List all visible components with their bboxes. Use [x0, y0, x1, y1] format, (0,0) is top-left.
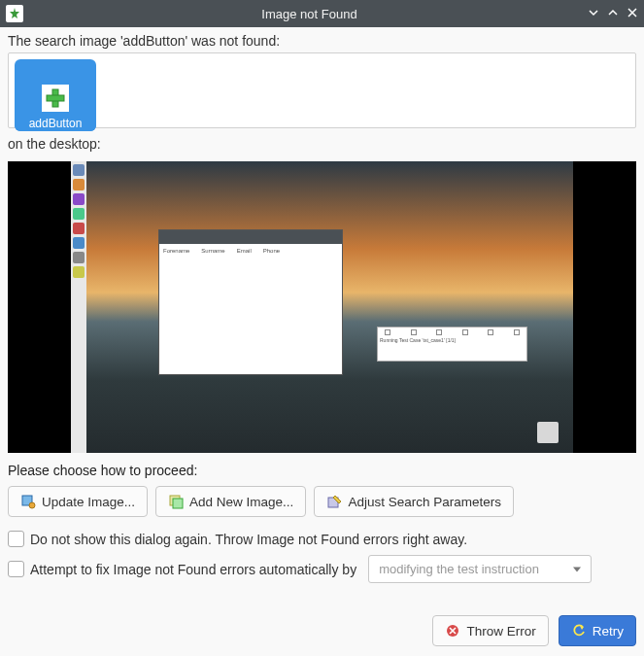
- dont-show-again-label: Do not show this dialog again. Throw Ima…: [30, 532, 467, 547]
- retry-button[interactable]: Retry: [559, 615, 636, 646]
- throw-error-label: Throw Error: [466, 624, 535, 639]
- add-new-image-button[interactable]: Add New Image...: [155, 486, 306, 517]
- retry-icon: [571, 623, 587, 639]
- app-icon: [6, 5, 23, 22]
- combobox-value: modifying the test instruction: [379, 562, 539, 576]
- update-image-icon: [20, 494, 36, 509]
- error-icon: [445, 623, 460, 639]
- add-new-image-label: Add New Image...: [189, 495, 293, 509]
- retry-label: Retry: [593, 624, 624, 639]
- search-not-found-label: The search image 'addButton' was not fou…: [8, 33, 636, 49]
- svg-point-3: [29, 502, 35, 508]
- throw-error-button[interactable]: Throw Error: [432, 615, 548, 646]
- adjust-search-parameters-button[interactable]: Adjust Search Parameters: [314, 486, 514, 517]
- update-image-button[interactable]: Update Image...: [8, 486, 148, 517]
- titlebar: Image not Found: [0, 0, 644, 27]
- desktop-screenshot: Forename Surname Email Phone Running Tes…: [8, 161, 636, 453]
- update-image-label: Update Image...: [42, 495, 135, 509]
- thumbnail-label: addButton: [15, 116, 96, 131]
- svg-rect-5: [173, 499, 183, 508]
- add-icon: [42, 85, 69, 112]
- proceed-label: Please choose how to proceed:: [8, 463, 636, 478]
- adjust-params-icon: [326, 494, 342, 509]
- window-title: Image not Found: [31, 7, 588, 21]
- dont-show-again-checkbox[interactable]: [8, 531, 24, 547]
- adjust-params-label: Adjust Search Parameters: [348, 495, 501, 509]
- minimize-icon[interactable]: [588, 7, 599, 21]
- auto-fix-checkbox[interactable]: [8, 561, 24, 577]
- svg-rect-1: [47, 95, 64, 101]
- auto-fix-method-combobox[interactable]: modifying the test instruction: [368, 555, 592, 583]
- add-new-image-icon: [168, 494, 184, 509]
- close-icon[interactable]: [627, 7, 638, 21]
- search-image-container: addButton: [8, 52, 636, 128]
- auto-fix-label: Attempt to fix Image not Found errors au…: [30, 562, 356, 577]
- on-desktop-label: on the desktop:: [8, 136, 636, 152]
- search-image-thumbnail[interactable]: addButton: [15, 59, 96, 131]
- maximize-icon[interactable]: [607, 7, 619, 21]
